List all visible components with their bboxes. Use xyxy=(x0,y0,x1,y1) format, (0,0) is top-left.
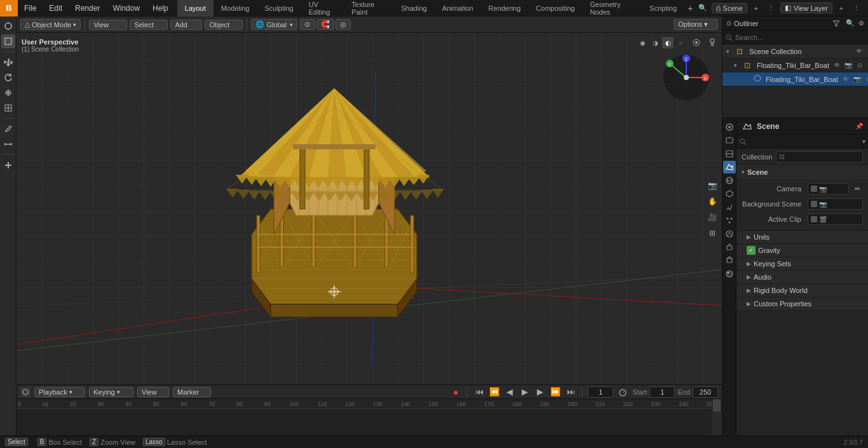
marker-menu[interactable]: Marker xyxy=(173,387,211,397)
menu-file[interactable]: File xyxy=(18,0,43,16)
material-properties-tab[interactable] xyxy=(723,268,736,280)
record-btn[interactable]: ● xyxy=(449,386,462,398)
outliner-search-input[interactable] xyxy=(735,34,865,41)
snap-selector[interactable]: 🧲 xyxy=(316,19,334,30)
transform-tool-btn[interactable] xyxy=(1,101,15,115)
top-search-icon[interactable]: 🔍 xyxy=(696,2,709,15)
tab-geometry-nodes[interactable]: Geometry Nodes xyxy=(582,0,642,17)
tab-modeling[interactable]: Modeling xyxy=(214,0,257,17)
outliner-search-icon[interactable]: 🔍 xyxy=(844,18,856,29)
play-btn[interactable]: ▶ xyxy=(519,386,531,398)
cursor-tool-btn[interactable] xyxy=(1,19,15,33)
object-menu[interactable]: Object xyxy=(205,20,243,30)
tab-layout[interactable]: Layout xyxy=(177,0,214,17)
pivot-selector[interactable]: ⊙ xyxy=(300,19,315,30)
timeline-view-menu[interactable]: View xyxy=(137,387,169,397)
add-workspace-button[interactable]: + xyxy=(684,1,696,15)
proportional-selector[interactable]: ◎ xyxy=(336,19,351,30)
view-layer-options-icon[interactable]: ⋮ xyxy=(850,2,863,15)
material-display-btn[interactable]: ◉ xyxy=(637,37,648,48)
keying-sets-header[interactable]: ▶ Keying Sets xyxy=(736,257,868,270)
modifier-properties-tab[interactable] xyxy=(723,201,736,214)
collection-value[interactable]: ⊡ xyxy=(776,151,863,163)
scene-collection-item[interactable]: ▾ ⊡ Scene Collection 👁 xyxy=(722,44,868,58)
select-menu[interactable]: Select xyxy=(130,20,168,30)
timeline-keyframe-area[interactable] xyxy=(17,409,712,435)
properties-search-input[interactable] xyxy=(749,138,862,146)
prev-frame-btn[interactable]: ◀ xyxy=(503,386,516,398)
move-tool-btn[interactable] xyxy=(1,55,15,69)
custom-props-header[interactable]: ▶ Custom Properties xyxy=(736,297,868,310)
menu-edit[interactable]: Edit xyxy=(43,0,69,16)
scene-section-header[interactable]: ▾ Scene xyxy=(736,165,868,179)
annotate-tool-btn[interactable] xyxy=(1,122,15,136)
navigation-gizmo[interactable]: X Y Z xyxy=(661,52,712,103)
next-keyframe-btn[interactable]: ⏩ xyxy=(549,386,562,398)
measure-tool-btn[interactable] xyxy=(1,137,15,151)
select-tool-btn[interactable] xyxy=(1,34,15,48)
mesh-render-icon[interactable]: 📷 xyxy=(852,74,862,85)
scene-properties-tab[interactable] xyxy=(723,161,736,173)
camera-value[interactable]: 📷 xyxy=(808,183,849,194)
tab-compositing[interactable]: Compositing xyxy=(528,0,582,17)
tab-uv-editing[interactable]: UV Editing xyxy=(301,0,344,17)
tab-scripting[interactable]: Scripting xyxy=(642,0,684,17)
solid-display-btn[interactable]: ◑ xyxy=(649,37,661,48)
viewport-hand-icon[interactable]: ✋ xyxy=(705,194,719,208)
start-frame-input[interactable] xyxy=(649,386,675,398)
viewport-video-icon[interactable]: 🎥 xyxy=(705,210,719,224)
tiki-mesh-item[interactable]: Floating_Tiki_Bar_Boat 👁 📷 ⊙ xyxy=(722,72,868,86)
rendered-display-btn[interactable]: ○ xyxy=(675,37,686,48)
jump-end-btn[interactable]: ⏭ xyxy=(564,386,577,398)
camera-edit-btn[interactable]: ✏ xyxy=(851,183,863,194)
view-layer-properties-tab[interactable] xyxy=(723,147,736,160)
scale-tool-btn[interactable] xyxy=(1,86,15,100)
viewport-grid-icon[interactable]: ⊞ xyxy=(705,226,719,240)
gravity-section-header[interactable]: ✓ Gravity xyxy=(736,244,868,257)
keying-menu[interactable]: Keying ▾ xyxy=(89,387,133,397)
timeline-track-area[interactable]: 0 10 20 30 40 50 60 70 80 90 100 110 120… xyxy=(17,399,722,435)
wireframe-display-btn[interactable]: ◐ xyxy=(662,37,674,48)
tab-animation[interactable]: Animation xyxy=(435,0,481,17)
viewport-overlay-btn[interactable] xyxy=(705,36,719,50)
rigid-body-header[interactable]: ▶ Rigid Body World xyxy=(736,284,868,297)
menu-help[interactable]: Help xyxy=(146,0,175,16)
current-frame-input[interactable] xyxy=(588,386,613,398)
tiki-visible-icon[interactable]: 👁 xyxy=(832,60,842,71)
object-properties-tab[interactable] xyxy=(723,187,736,200)
constraints-properties-tab[interactable] xyxy=(723,241,736,254)
view-menu[interactable]: View xyxy=(89,20,127,30)
jump-start-btn[interactable]: ⏮ xyxy=(473,386,485,398)
tab-texture-paint[interactable]: Texture Paint xyxy=(344,0,393,17)
tab-shading[interactable]: Shading xyxy=(393,0,434,17)
view-layer-add-icon[interactable]: + xyxy=(835,2,848,15)
rotate-tool-btn[interactable] xyxy=(1,71,15,85)
viewport-camera-icon[interactable]: 📷 xyxy=(705,178,719,192)
world-properties-tab[interactable] xyxy=(723,174,736,187)
options-menu[interactable]: Options ▾ xyxy=(674,19,718,30)
gizmo-overlay-btn[interactable] xyxy=(689,36,703,50)
particles-properties-tab[interactable] xyxy=(723,214,736,227)
render-properties-tab[interactable] xyxy=(723,121,736,133)
properties-search-clear[interactable]: ▾ xyxy=(862,138,865,145)
viewport-3d[interactable]: User Perspective (1) Scene Collection X … xyxy=(17,33,722,384)
transform-orientation[interactable]: 🌐 Global ▾ xyxy=(251,19,297,30)
add-object-tool-btn[interactable] xyxy=(1,158,15,172)
active-clip-value[interactable]: 🎬 xyxy=(808,214,863,225)
menu-window[interactable]: Window xyxy=(106,0,146,16)
audio-header[interactable]: ▶ Audio xyxy=(736,271,868,283)
data-properties-tab[interactable] xyxy=(723,254,736,267)
add-menu[interactable]: Add xyxy=(170,20,202,30)
timer-icon[interactable] xyxy=(616,385,630,399)
tiki-select-icon[interactable]: ⊙ xyxy=(855,60,865,71)
view-layer-selector[interactable]: ◧ View Layer xyxy=(780,3,832,13)
mesh-select-icon[interactable]: ⊙ xyxy=(864,74,868,85)
playback-menu[interactable]: Playback ▾ xyxy=(34,387,85,397)
tiki-collection-item[interactable]: ▾ ⊡ Floating_Tiki_Bar_Boat 👁 📷 ⊙ xyxy=(722,58,868,72)
scene-selector[interactable]: ⎙ Scene xyxy=(712,3,747,13)
outliner-settings-icon[interactable]: ⚙ xyxy=(858,20,864,27)
prev-keyframe-btn[interactable]: ⏪ xyxy=(488,386,501,398)
timeline-scrollbar[interactable] xyxy=(712,399,722,435)
scene-add-icon[interactable]: + xyxy=(750,2,763,15)
scene-options-icon[interactable]: ⋮ xyxy=(765,2,778,15)
